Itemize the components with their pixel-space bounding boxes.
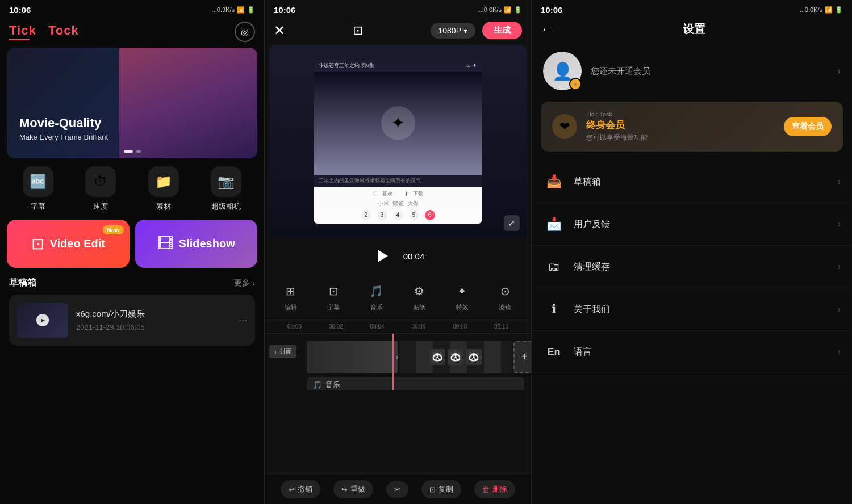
tool-subtitle[interactable]: 🔤 字幕	[9, 166, 67, 212]
settings-item-feedback[interactable]: 📩 用户反馈 ›	[532, 203, 852, 246]
battery-editor: 🔋	[514, 6, 522, 14]
clear-cache-item-label: 清理缓存	[574, 261, 829, 273]
editor-save-button[interactable]: ⊡	[353, 23, 363, 38]
num-4: 4	[393, 210, 403, 220]
delete-button[interactable]: 🗑 删除	[474, 480, 515, 498]
battery-settings: 🔋	[835, 6, 843, 14]
tool-effects-button[interactable]: ✦ 特效	[449, 280, 476, 314]
music-track[interactable]: 🎵 音乐	[307, 377, 524, 390]
copy-icon: ⊡	[429, 485, 436, 494]
cut-icon: ✂	[394, 485, 400, 494]
sticker-label: 贴纸	[413, 303, 425, 312]
settings-item-about[interactable]: ℹ 关于我们 ›	[532, 288, 852, 331]
feedback-arrow-icon: ›	[838, 219, 841, 229]
settings-item-drafts[interactable]: 📥 草稿箱 ›	[532, 161, 852, 203]
editor-close-button[interactable]: ✕	[274, 23, 285, 39]
settings-icon[interactable]: ◎	[235, 22, 255, 42]
membership-card[interactable]: ❤ Tick-Tock 终身会员 您可以享受海量功能 查看会员	[541, 102, 843, 152]
profile-section[interactable]: 👤 ♦ 您还未开通会员 ›	[532, 43, 852, 99]
status-bar-settings: 10:06 ...0.0K/s 📶 🔋	[532, 0, 852, 17]
draft-date: 2021-11-29 10:06:05	[76, 323, 231, 331]
mark-0: 00:00	[274, 324, 315, 330]
copy-button[interactable]: ⊡ 复制	[421, 480, 461, 498]
tool-sticker-button[interactable]: ⚙ 贴纸	[406, 280, 433, 314]
music-label: 音乐	[370, 303, 383, 312]
draft-card[interactable]: ▶ x6g.com/小刀娱乐 2021-11-29 10:06:05 ···	[9, 295, 255, 346]
undo-button[interactable]: ↩ 撤销	[281, 480, 320, 498]
video-edit-button[interactable]: New ⊡ Video Edit	[7, 220, 130, 268]
tool-camera[interactable]: 📷 超级相机	[197, 166, 255, 212]
music-track-label: 音乐	[325, 380, 340, 390]
tool-subtitle-label: 字幕	[31, 201, 45, 212]
redo-label: 重做	[350, 484, 365, 494]
mark-5: 00:10	[481, 324, 522, 330]
dot-1	[124, 150, 133, 153]
undo-label: 撤销	[298, 484, 312, 494]
effects-icon: ✦	[453, 282, 471, 300]
logo: Tick Tock	[9, 23, 79, 40]
status-bar-home: 10:06 ...0.9K/s 📶 🔋	[0, 0, 264, 17]
video-inner: 斗破苍穹三年之约 第6集 ⊡ ✦ ✦ 三年之内的圣灵海域将承载着世间所有的灵气 …	[269, 45, 527, 238]
like-icon: ♡	[373, 191, 378, 197]
resolution-chevron: ▾	[463, 26, 467, 35]
status-bar-editor: 10:06 ...0.0K/s 📶 🔋	[265, 0, 531, 17]
play-button[interactable]	[371, 245, 394, 267]
clip-arrow-icon: ›	[396, 353, 398, 361]
effects-label: 特效	[456, 303, 469, 312]
editor-actions: ↩ 撤销 ↪ 重做 ✂ ⊡ 复制 🗑 删除	[265, 474, 531, 504]
download-icon: ⬇	[404, 191, 408, 197]
playback-controls: 00:04	[265, 238, 531, 274]
tool-subtitle-button[interactable]: ⊡ 字幕	[320, 280, 347, 314]
tool-edit-button[interactable]: ⊞ 编辑	[277, 280, 304, 314]
video-preview: 斗破苍穹三年之约 第6集 ⊡ ✦ ✦ 三年之内的圣灵海域将承载着世间所有的灵气 …	[269, 45, 527, 238]
redo-button[interactable]: ↪ 重做	[333, 480, 373, 498]
panda-frame-1: 🐼	[429, 349, 445, 365]
play-triangle-icon	[378, 250, 388, 262]
edit-icon: ⊞	[282, 282, 300, 300]
drafts-title: 草稿箱	[9, 277, 36, 289]
membership-desc: 您可以享受海量功能	[586, 133, 775, 142]
download-label: 下载	[413, 190, 423, 198]
logo-underline	[9, 39, 30, 40]
slideshow-button[interactable]: 🎞 Slideshow	[135, 220, 258, 268]
clear-cache-arrow-icon: ›	[838, 262, 841, 272]
hero-bg-image	[119, 48, 257, 158]
num-2: 2	[361, 210, 371, 220]
add-clip-button[interactable]: +	[513, 341, 531, 373]
clip-2[interactable]: 🐼 🐼 🐼	[399, 341, 512, 373]
resolution-label: 1080P	[438, 26, 461, 35]
video-top-bar: 斗破苍穹三年之约 第6集 ⊡ ✦	[314, 60, 481, 72]
video-numbered-row: 2 3 4 5 6	[319, 210, 477, 220]
language-arrow-icon: ›	[838, 347, 841, 357]
tool-filter-button[interactable]: ⊙ 滤镜	[491, 280, 519, 314]
resolution-button[interactable]: 1080P ▾	[431, 23, 475, 39]
drafts-arrow-icon: ›	[838, 177, 841, 187]
video-edit-icon: ⊡	[31, 234, 44, 253]
drafts-icon: 📥	[543, 171, 565, 192]
membership-heart-icon: ❤	[552, 114, 577, 139]
cover-button[interactable]: + 封面	[269, 345, 296, 358]
panel-home: 10:06 ...0.9K/s 📶 🔋 Tick Tock ◎ Movie-Qu…	[0, 0, 264, 504]
subtitle-icon: ⊡	[324, 282, 343, 300]
drafts-header: 草稿箱 更多 ›	[9, 277, 255, 289]
tool-speed[interactable]: ⏱ 速度	[72, 166, 130, 212]
membership-button[interactable]: 查看会员	[784, 117, 832, 136]
video-edit-label: Video Edit	[50, 237, 105, 250]
cut-button[interactable]: ✂	[386, 481, 408, 498]
slideshow-icon: 🎞	[157, 234, 173, 253]
generate-button[interactable]: 生成	[482, 22, 522, 39]
settings-back-button[interactable]: ←	[541, 22, 553, 37]
tool-music-button[interactable]: 🎵 音乐	[363, 280, 390, 314]
music-icon: 🎵	[367, 282, 386, 300]
membership-title: 终身会员	[586, 119, 775, 132]
tool-speed-label: 速度	[93, 201, 108, 212]
settings-item-clear-cache[interactable]: 🗂 清理缓存 ›	[532, 246, 852, 288]
fullscreen-button[interactable]: ⤢	[504, 215, 520, 231]
settings-item-language[interactable]: En 语言 ›	[532, 331, 852, 373]
drafts-more-button[interactable]: 更多 ›	[234, 278, 255, 288]
video-song-row: ♡ 喜欢 ⬇ 下载	[319, 190, 477, 198]
video-content: 斗破苍穹三年之约 第6集 ⊡ ✦ ✦ 三年之内的圣灵海域将承载着世间所有的灵气 …	[314, 60, 481, 224]
clip-1[interactable]: ›	[307, 341, 398, 373]
draft-menu-button[interactable]: ···	[239, 314, 247, 326]
tool-material[interactable]: 📁 素材	[135, 166, 193, 212]
